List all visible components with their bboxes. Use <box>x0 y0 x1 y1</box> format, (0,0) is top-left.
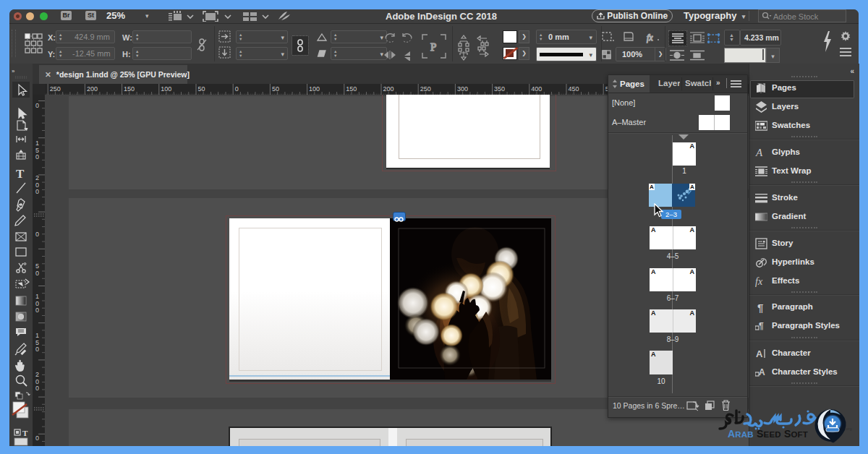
svg-text:0: 0 <box>35 378 39 385</box>
svg-text:0: 0 <box>35 346 39 353</box>
svg-text:1: 1 <box>35 293 39 300</box>
svg-text:250: 250 <box>50 85 61 93</box>
svg-text:¶: ¶ <box>757 301 763 313</box>
svg-text:»: » <box>12 68 15 74</box>
svg-text:5: 5 <box>35 262 39 270</box>
svg-text:0: 0 <box>35 307 39 314</box>
svg-text:1: 1 <box>35 332 39 339</box>
svg-text:150: 150 <box>346 85 357 93</box>
svg-text:100: 100 <box>309 85 320 93</box>
svg-text:0: 0 <box>35 188 39 195</box>
svg-text:.org: .org <box>845 427 851 431</box>
svg-text:0: 0 <box>35 385 39 392</box>
svg-text:A: A <box>755 147 763 158</box>
svg-text:350: 350 <box>494 85 505 93</box>
svg-text:0: 0 <box>35 300 39 307</box>
svg-text:SEED SOFT: SEED SOFT <box>757 428 808 440</box>
svg-text:5: 5 <box>35 147 39 154</box>
svg-text:T: T <box>16 167 25 181</box>
svg-text:100: 100 <box>161 85 171 93</box>
svg-text:T: T <box>22 429 28 437</box>
svg-text:50: 50 <box>272 85 279 93</box>
svg-text:0: 0 <box>235 85 239 93</box>
svg-text:450: 450 <box>569 85 579 93</box>
svg-text:400: 400 <box>531 85 542 93</box>
svg-text:A: A <box>756 348 763 359</box>
svg-text:250: 250 <box>420 85 431 93</box>
svg-text:0: 0 <box>35 270 39 277</box>
svg-text:2: 2 <box>35 371 39 378</box>
svg-text:200: 200 <box>87 85 98 93</box>
svg-text:0: 0 <box>35 231 39 238</box>
svg-text:150: 150 <box>124 85 135 93</box>
svg-text:0: 0 <box>35 434 39 442</box>
svg-text:200: 200 <box>383 85 394 93</box>
svg-text:ARAB: ARAB <box>728 428 754 440</box>
svg-text:50: 50 <box>198 85 205 93</box>
svg-text:P: P <box>430 41 436 53</box>
svg-text:¶: ¶ <box>759 321 764 331</box>
svg-text:2: 2 <box>35 174 39 181</box>
svg-text:300: 300 <box>457 85 468 93</box>
svg-text:5: 5 <box>35 339 39 346</box>
svg-text:fx: fx <box>755 276 763 287</box>
svg-text:0: 0 <box>35 181 39 189</box>
svg-text:0: 0 <box>35 102 39 109</box>
svg-text:fx: fx <box>647 33 653 43</box>
svg-text:1: 1 <box>35 140 39 147</box>
svg-text:A: A <box>759 367 765 377</box>
svg-text:0: 0 <box>35 153 39 160</box>
